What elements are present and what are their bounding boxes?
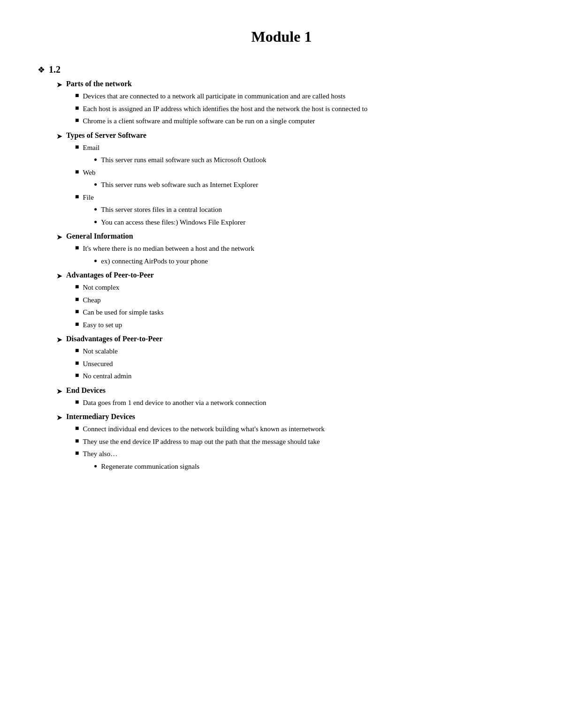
list-item: ● ex) connecting AirPods to your phone [94,256,525,267]
list-item: ■ Easy to set up [75,320,525,330]
list-item: ■ Cheap [75,295,525,306]
circle-icon: ● [94,206,97,213]
subsection-label: Intermediary Devices [66,413,135,421]
square-icon: ■ [75,347,79,354]
square-icon: ■ [75,372,79,379]
circle-icon: ● [94,156,97,163]
item-text: This server stores files in a central lo… [101,204,222,215]
item-text: Unsecured [83,359,113,369]
subsection-types-server-software: ➤ Types of Server Software [56,131,525,141]
subsection-label: General Information [66,232,133,240]
list-item: ■ File [75,192,525,203]
arrow-icon: ➤ [56,233,62,241]
list-item: ● Regenerate communication signals [94,461,525,472]
subsection-disadvantages-p2p: ➤ Disadvantages of Peer-to-Peer [56,335,525,344]
square-icon: ■ [75,244,79,252]
arrow-icon: ➤ [56,132,62,141]
list-item: ■ Not complex [75,282,525,293]
list-item: ■ It's where there is no median between … [75,243,525,254]
item-text: Cheap [83,295,100,306]
item-text: Connect individual end devices to the ne… [83,424,325,435]
square-icon: ■ [75,308,79,315]
item-text: No central admin [83,371,131,382]
item-text: Not scalable [83,346,118,357]
arrow-icon: ➤ [56,80,62,89]
list-item: ■ Connect individual end devices to the … [75,424,525,435]
item-text: They use the end device IP address to ma… [83,436,320,447]
item-text: Chrome is a client software and multiple… [83,116,315,127]
list-item: ■ No central admin [75,371,525,382]
item-text: Web [83,167,95,178]
section-number: 1.2 [49,64,61,75]
item-text: Regenerate communication signals [101,461,199,472]
item-text: Data goes from 1 end device to another v… [83,398,266,408]
list-item: ● This server runs email software such a… [94,155,525,165]
item-text: Email [83,143,99,153]
list-item: ■ Unsecured [75,359,525,369]
square-icon: ■ [75,360,79,367]
list-item: ■ Each host is assigned an IP address wh… [75,104,525,114]
subsection-parts-of-network: ➤ Parts of the network [56,80,525,89]
square-icon: ■ [75,168,79,176]
item-text: Each host is assigned an IP address whic… [83,104,367,114]
square-icon: ■ [75,425,79,432]
square-icon: ■ [75,450,79,457]
item-text: This server runs web software such as In… [101,180,258,190]
circle-icon: ● [94,257,97,264]
subsection-label: Disadvantages of Peer-to-Peer [66,335,163,343]
list-item: ■ Email [75,143,525,153]
item-text: This server runs email software such as … [101,155,266,165]
square-icon: ■ [75,321,79,328]
diamond-icon: ❖ [38,65,45,75]
item-text: File [83,192,93,203]
subsection-advantages-p2p: ➤ Advantages of Peer-to-Peer [56,271,525,280]
list-item: ● This server stores files in a central … [94,204,525,215]
subsection-label: Advantages of Peer-to-Peer [66,271,154,279]
square-icon: ■ [75,283,79,291]
section-12: ❖ 1.2 ➤ Parts of the network ■ Devices t… [38,64,525,472]
square-icon: ■ [75,92,79,99]
item-text: It's where there is no median between a … [83,243,254,254]
list-item: ● You can access these files:) Windows F… [94,217,525,228]
square-icon: ■ [75,143,79,151]
arrow-icon: ➤ [56,335,62,344]
square-icon: ■ [75,193,79,201]
list-item: ■ Chrome is a client software and multip… [75,116,525,127]
item-text: Can be used for simple tasks [83,307,163,318]
subsection-intermediary-devices: ➤ Intermediary Devices [56,413,525,422]
list-item: ● This server runs web software such as … [94,180,525,190]
circle-icon: ● [94,181,97,188]
arrow-icon: ➤ [56,413,62,422]
square-icon: ■ [75,296,79,303]
item-text: ex) connecting AirPods to your phone [101,256,208,267]
subsection-label: End Devices [66,386,106,395]
subsection-general-information: ➤ General Information [56,232,525,241]
item-text: They also… [83,449,117,459]
list-item: ■ Not scalable [75,346,525,357]
item-text: Easy to set up [83,320,122,330]
arrow-icon: ➤ [56,387,62,396]
square-icon: ■ [75,398,79,406]
subsection-label: Parts of the network [66,80,132,88]
list-item: ■ Devices that are connected to a networ… [75,91,525,102]
page-title: Module 1 [38,28,525,45]
circle-icon: ● [94,218,97,225]
subsection-label: Types of Server Software [66,131,146,140]
list-item: ■ Web [75,167,525,178]
item-text: Not complex [83,282,119,293]
arrow-icon: ➤ [56,271,62,280]
list-item: ■ They use the end device IP address to … [75,436,525,447]
list-item: ■ Data goes from 1 end device to another… [75,398,525,408]
list-item: ■ Can be used for simple tasks [75,307,525,318]
square-icon: ■ [75,105,79,112]
circle-icon: ● [94,463,97,470]
item-text: You can access these files:) Windows Fil… [101,217,245,228]
list-item: ■ They also… [75,449,525,459]
square-icon: ■ [75,117,79,124]
item-text: Devices that are connected to a network … [83,91,345,102]
subsection-end-devices: ➤ End Devices [56,386,525,396]
square-icon: ■ [75,437,79,445]
